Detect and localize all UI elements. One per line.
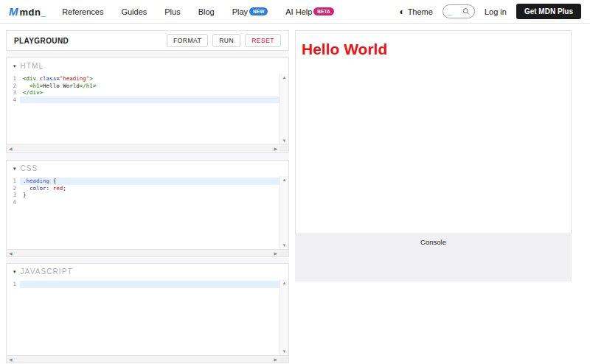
css-editor[interactable]: 1234 .heading { color: red;} ▲ ▼ <box>7 176 288 249</box>
nav-item-guides[interactable]: Guides <box>121 7 147 16</box>
run-button[interactable]: RUN <box>212 34 240 47</box>
nav-label: Blog <box>198 7 215 16</box>
scroll-down-icon[interactable]: ▼ <box>280 243 288 248</box>
code-token: Hello World <box>43 83 80 89</box>
mdn-logo-underscore: _ <box>41 7 46 18</box>
scroll-right-icon[interactable]: ▶ <box>274 357 277 362</box>
javascript-section: ▾ JAVASCRIPT 1 ▲ ▼ ◀ ▶ <box>6 263 289 363</box>
code-token <box>23 185 30 192</box>
code-area[interactable]: .heading { color: red;} <box>20 178 280 206</box>
scroll-left-icon[interactable]: ◀ <box>9 357 13 362</box>
site-search[interactable] <box>442 4 475 18</box>
line-number: 2 <box>7 185 20 192</box>
login-link[interactable]: Log in <box>485 7 507 16</box>
output-iframe: Hello World <box>295 30 572 234</box>
scroll-left-icon[interactable]: ◀ <box>9 251 13 256</box>
horizontal-scrollbar[interactable]: ◀ ▶ <box>7 144 288 152</box>
page-title: PLAYGROUND <box>14 37 69 45</box>
scrollbar-corner <box>280 356 288 363</box>
line-number: 4 <box>7 199 20 206</box>
line-number-gutter: 1234 <box>7 75 20 103</box>
scroll-up-icon[interactable]: ▲ <box>280 281 288 285</box>
code-token: "heading" <box>60 75 90 82</box>
nav-label: References <box>62 7 103 16</box>
html-editor[interactable]: 1234 <div class="heading"> <h1>Hello Wor… <box>7 74 288 144</box>
code-token: </div> <box>23 89 43 96</box>
top-navigation-bar: M mdn _ References Guides Plus Blog Play… <box>0 0 590 24</box>
playground-toolbar: FORMAT RUN RESET <box>167 34 281 47</box>
line-number: 2 <box>7 83 20 90</box>
nav-item-plus[interactable]: Plus <box>164 7 180 16</box>
html-section-label: HTML <box>21 62 44 70</box>
scroll-up-icon[interactable]: ▲ <box>280 178 288 182</box>
horizontal-scrollbar[interactable]: ◀ ▶ <box>7 249 288 256</box>
console-panel: Console <box>295 234 572 281</box>
html-section-toggle[interactable]: ▾ HTML <box>7 58 288 74</box>
nav-item-play[interactable]: PlayNEW <box>232 7 268 16</box>
code-token: } <box>23 192 27 198</box>
line-number-gutter: 1234 <box>7 178 20 206</box>
format-button[interactable]: FORMAT <box>167 34 208 47</box>
hello-world-heading: Hello World <box>302 41 571 58</box>
scroll-right-icon[interactable]: ▶ <box>274 251 277 256</box>
scroll-up-icon[interactable]: ▲ <box>280 75 288 80</box>
theme-icon: ◐ <box>399 7 404 16</box>
reset-button[interactable]: RESET <box>245 34 281 47</box>
chevron-down-icon: ▾ <box>13 269 16 274</box>
css-section: ▾ CSS 1234 .heading { color: red;} ▲ ▼ ◀… <box>6 160 289 257</box>
code-area[interactable] <box>20 281 280 288</box>
vertical-scrollbar[interactable]: ▲ ▼ <box>280 74 288 144</box>
code-line[interactable]: </div> <box>20 89 280 97</box>
console-label: Console <box>295 234 572 246</box>
theme-label: Theme <box>408 7 433 16</box>
code-line[interactable]: .heading { <box>20 178 280 185</box>
get-mdn-plus-button[interactable]: Get MDN Plus <box>516 4 581 19</box>
javascript-section-toggle[interactable]: ▾ JAVASCRIPT <box>7 264 288 279</box>
theme-toggle[interactable]: ◐ Theme <box>399 7 433 16</box>
scroll-left-icon[interactable]: ◀ <box>9 146 13 151</box>
nav-label: Guides <box>121 7 147 16</box>
line-number: 1 <box>7 178 20 185</box>
code-token: </h1> <box>80 83 97 89</box>
scroll-down-icon[interactable]: ▼ <box>280 349 288 354</box>
search-input[interactable] <box>448 7 462 15</box>
code-token: : <box>46 185 53 192</box>
nav-label: AI Help <box>285 7 312 16</box>
horizontal-scrollbar[interactable]: ◀ ▶ <box>7 355 288 363</box>
code-token: class <box>40 75 57 82</box>
code-line[interactable] <box>20 281 280 288</box>
code-line[interactable]: <h1>Hello World</h1> <box>20 83 280 90</box>
code-token: red <box>53 185 63 192</box>
scroll-down-icon[interactable]: ▼ <box>280 139 288 143</box>
chevron-down-icon: ▾ <box>13 166 16 171</box>
nav-item-ai-help[interactable]: AI HelpBETA <box>285 7 333 16</box>
line-number: 3 <box>7 192 20 199</box>
code-line[interactable] <box>20 199 280 206</box>
css-section-toggle[interactable]: ▾ CSS <box>7 161 288 176</box>
vertical-scrollbar[interactable]: ▲ ▼ <box>280 176 288 249</box>
code-token <box>23 83 30 89</box>
nav-item-references[interactable]: References <box>62 7 103 16</box>
editors-column: PLAYGROUND FORMAT RUN RESET ▾ HTML 1234 … <box>6 30 289 363</box>
mdn-logo-text: mdn <box>20 7 41 18</box>
html-section: ▾ HTML 1234 <div class="heading"> <h1>He… <box>6 57 289 153</box>
line-number: 1 <box>7 281 20 288</box>
code-line[interactable]: color: red; <box>20 185 280 192</box>
nav-item-blog[interactable]: Blog <box>198 7 215 16</box>
code-line[interactable]: <div class="heading"> <box>20 75 280 83</box>
playground-header: PLAYGROUND FORMAT RUN RESET <box>6 30 289 51</box>
line-number-gutter: 1 <box>7 281 20 288</box>
code-line[interactable]: } <box>20 192 280 199</box>
main-nav: References Guides Plus Blog PlayNEW AI H… <box>62 7 333 16</box>
javascript-editor[interactable]: 1 ▲ ▼ <box>7 279 288 355</box>
scroll-right-icon[interactable]: ▶ <box>274 146 277 151</box>
code-token: > <box>89 75 93 82</box>
code-line[interactable] <box>20 97 280 104</box>
mdn-logo[interactable]: M mdn _ <box>9 5 46 18</box>
vertical-scrollbar[interactable]: ▲ ▼ <box>280 279 288 355</box>
code-area[interactable]: <div class="heading"> <h1>Hello World</h… <box>20 75 280 103</box>
line-number: 3 <box>7 89 20 97</box>
nav-label: Plus <box>164 7 180 16</box>
code-token: { <box>49 178 56 184</box>
javascript-section-label: JAVASCRIPT <box>21 267 73 276</box>
